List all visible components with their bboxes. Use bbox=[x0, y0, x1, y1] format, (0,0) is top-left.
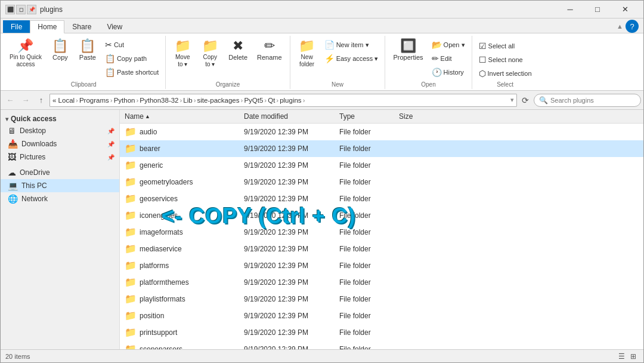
open-button[interactable]: 📂 Open ▾ bbox=[429, 38, 468, 51]
file-date-cell: 9/19/2020 12:39 PM bbox=[239, 177, 335, 187]
table-row[interactable]: 📁 mediaservice 9/19/2020 12:39 PM File f… bbox=[120, 241, 643, 257]
table-row[interactable]: 📁 platformthemes 9/19/2020 12:39 PM File… bbox=[120, 274, 643, 291]
table-row[interactable]: 📁 geoservices 9/19/2020 12:39 PM File fo… bbox=[120, 190, 643, 207]
move-to-button[interactable]: 📁 Moveto ▾ bbox=[169, 37, 196, 70]
rename-label: Rename bbox=[257, 54, 282, 61]
sidebar-item-desktop[interactable]: 🖥 Desktop 📌 bbox=[1, 124, 119, 137]
table-row[interactable]: 📁 bearer 9/19/2020 12:39 PM File folder bbox=[120, 140, 643, 157]
pin-icon: 📌 bbox=[17, 39, 33, 53]
quick-access-arrow: ▾ bbox=[5, 116, 8, 122]
history-icon: 🕐 bbox=[432, 67, 442, 77]
copy-button-large[interactable]: 📋 Copy bbox=[47, 37, 73, 63]
file-name-cell: 📁 geoservices bbox=[120, 192, 239, 205]
address-path[interactable]: « Local › Programs › Python › Python38-3… bbox=[49, 94, 517, 107]
col-header-type[interactable]: Type bbox=[335, 111, 394, 122]
properties-button[interactable]: 🔲 Properties bbox=[389, 37, 427, 63]
easy-access-button[interactable]: ⚡ Easy access ▾ bbox=[321, 52, 382, 65]
refresh-button[interactable]: ⟳ bbox=[518, 93, 532, 107]
col-header-date[interactable]: Date modified bbox=[239, 111, 335, 122]
sidebar-desktop-label: Desktop bbox=[20, 127, 104, 135]
file-size-cell bbox=[394, 214, 442, 217]
table-row[interactable]: 📁 imageformats 9/19/2020 12:39 PM File f… bbox=[120, 224, 643, 241]
up-button[interactable]: ↑ bbox=[34, 93, 48, 107]
path-segment-programs: Programs bbox=[79, 97, 109, 104]
new-item-button[interactable]: 📄 New item ▾ bbox=[321, 38, 382, 51]
file-type-cell: File folder bbox=[335, 294, 394, 304]
table-row[interactable]: 📁 printsupport 9/19/2020 12:39 PM File f… bbox=[120, 324, 643, 341]
help-button[interactable]: ? bbox=[626, 20, 639, 33]
paste-button-large[interactable]: 📋 Paste bbox=[75, 37, 101, 63]
history-button[interactable]: 🕐 History bbox=[429, 66, 468, 79]
folder-icon: 📁 bbox=[125, 126, 137, 137]
search-box[interactable]: 🔍 bbox=[534, 94, 641, 107]
tab-view[interactable]: View bbox=[99, 20, 130, 33]
delete-button[interactable]: ✖ Delete bbox=[224, 37, 252, 63]
tab-home[interactable]: Home bbox=[30, 20, 64, 33]
file-list: Name ▲ Date modified Type Size 📁 audio 9… bbox=[120, 110, 643, 349]
sidebar-item-pictures[interactable]: 🖼 Pictures 📌 bbox=[1, 150, 119, 164]
table-row[interactable]: 📁 playlistformats 9/19/2020 12:39 PM Fil… bbox=[120, 291, 643, 307]
close-button[interactable]: ✕ bbox=[611, 1, 639, 19]
back-button[interactable]: ← bbox=[3, 93, 17, 107]
col-header-name[interactable]: Name ▲ bbox=[120, 111, 239, 122]
this-pc-icon: 💻 bbox=[8, 181, 18, 190]
rename-button[interactable]: ✏ Rename bbox=[253, 37, 286, 63]
cut-button[interactable]: ✂ Cut bbox=[102, 38, 162, 51]
select-all-button[interactable]: ☑ Select all bbox=[476, 39, 535, 53]
quick-access-toolbar-icon1[interactable]: ⬛ bbox=[5, 5, 15, 14]
col-type-label: Type bbox=[339, 112, 355, 121]
sidebar-this-pc-label: This PC bbox=[21, 182, 114, 190]
sidebar-onedrive-label: OneDrive bbox=[20, 168, 114, 177]
item-count: 20 items bbox=[5, 353, 30, 360]
tab-share[interactable]: Share bbox=[64, 20, 99, 33]
quick-access-header[interactable]: ▾ Quick access bbox=[1, 112, 119, 124]
window-controls: ─ □ ✕ bbox=[556, 1, 639, 19]
new-folder-button[interactable]: 📁 Newfolder bbox=[294, 37, 320, 70]
folder-icon: 📁 bbox=[125, 343, 137, 349]
invert-selection-button[interactable]: ⬡ Invert selection bbox=[476, 67, 535, 80]
file-size-cell bbox=[394, 331, 442, 334]
details-view-button[interactable]: ☰ bbox=[616, 351, 627, 362]
file-type-cell: File folder bbox=[335, 327, 394, 338]
edit-button[interactable]: ✏ Edit bbox=[429, 52, 468, 65]
move-to-icon: 📁 bbox=[175, 39, 191, 53]
pin-to-quick-access-button[interactable]: 📌 Pin to Quickaccess bbox=[5, 37, 46, 70]
col-date-label: Date modified bbox=[244, 112, 288, 121]
sidebar-item-this-pc[interactable]: 💻 This PC bbox=[1, 179, 119, 192]
view-buttons: ☰ ⊞ bbox=[616, 351, 639, 362]
large-icons-view-button[interactable]: ⊞ bbox=[628, 351, 639, 362]
tab-file[interactable]: File bbox=[3, 20, 30, 33]
table-row[interactable]: 📁 geometryloaders 9/19/2020 12:39 PM Fil… bbox=[120, 174, 643, 190]
file-name-cell: 📁 bearer bbox=[120, 141, 239, 155]
maximize-button[interactable]: □ bbox=[584, 1, 611, 19]
file-type-cell: File folder bbox=[335, 127, 394, 137]
table-row[interactable]: 📁 platforms 9/19/2020 12:39 PM File fold… bbox=[120, 257, 643, 274]
col-header-size[interactable]: Size bbox=[394, 111, 442, 122]
select-none-icon: ☐ bbox=[479, 55, 487, 64]
invert-selection-icon: ⬡ bbox=[479, 69, 486, 78]
minimize-button[interactable]: ─ bbox=[556, 1, 584, 19]
copy-path-label: Copy path bbox=[117, 55, 147, 62]
table-row[interactable]: 📁 audio 9/19/2020 12:39 PM File folder bbox=[120, 124, 643, 140]
paste-shortcut-button[interactable]: 📋 Paste shortcut bbox=[102, 66, 162, 79]
file-name-label: geoservices bbox=[140, 195, 178, 203]
desktop-icon: 🖥 bbox=[8, 126, 16, 136]
forward-button[interactable]: → bbox=[18, 93, 33, 107]
table-row[interactable]: 📁 sceneparsers 9/19/2020 12:39 PM File f… bbox=[120, 341, 643, 349]
copy-to-button[interactable]: 📁 Copyto ▾ bbox=[197, 37, 223, 70]
copy-path-button[interactable]: 📋 Copy path bbox=[102, 52, 162, 65]
table-row[interactable]: 📁 generic 9/19/2020 12:39 PM File folder bbox=[120, 157, 643, 174]
quick-access-toolbar-icon3[interactable]: 📌 bbox=[27, 5, 36, 14]
ribbon-collapse-btn[interactable]: ▲ bbox=[617, 23, 623, 30]
sidebar-item-onedrive[interactable]: ☁ OneDrive bbox=[1, 166, 119, 179]
quick-access-toolbar-icon2[interactable]: ◻ bbox=[16, 5, 26, 14]
table-row[interactable]: 📁 position 9/19/2020 12:39 PM File folde… bbox=[120, 307, 643, 324]
cut-icon: ✂ bbox=[105, 40, 112, 50]
select-none-button[interactable]: ☐ Select none bbox=[476, 53, 535, 66]
path-dropdown-btn[interactable]: ▾ bbox=[510, 96, 514, 104]
sidebar-item-network[interactable]: 🌐 Network bbox=[1, 192, 119, 205]
search-input[interactable] bbox=[550, 97, 636, 104]
table-row[interactable]: 📁 iconengines 9/19/2020 12:39 PM File fo… bbox=[120, 207, 643, 224]
sidebar-item-downloads[interactable]: 📥 Downloads 📌 bbox=[1, 137, 119, 150]
paste-label: Paste bbox=[79, 54, 96, 61]
